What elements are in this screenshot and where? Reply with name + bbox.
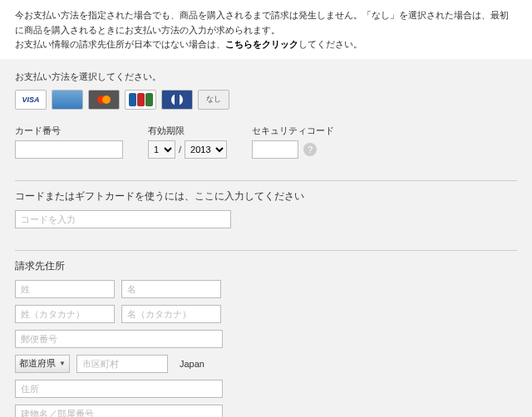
first-kana-input[interactable]	[121, 305, 221, 323]
card-fields-row: カード番号 有効期限 1 / 2013 セキュリティコード ?	[15, 125, 517, 159]
click-here-link[interactable]: こちらをクリック	[225, 39, 298, 49]
card-number-input[interactable]	[15, 140, 123, 159]
expiry-month-select[interactable]: 1	[148, 140, 175, 159]
card-amex[interactable]	[52, 90, 83, 110]
card-diners[interactable]	[161, 90, 193, 110]
card-number-label: カード番号	[15, 125, 123, 137]
first-name-input[interactable]	[121, 280, 221, 298]
billing-heading: 請求先住所	[15, 259, 517, 273]
help-icon[interactable]: ?	[303, 143, 317, 156]
intro-line2: お支払い情報の請求先住所が日本ではない場合は、こちらをクリックしてください。	[15, 37, 517, 52]
form-area: お支払い方法を選択してください。 VISA なし カード番号 有効期限 1 / …	[0, 59, 532, 417]
card-jcb[interactable]	[125, 90, 156, 110]
gift-heading: コードまたはギフトカードを使うには、ここに入力してください	[15, 189, 517, 204]
security-code-input[interactable]	[252, 140, 298, 159]
expiry-label: 有効期限	[148, 125, 227, 137]
card-visa[interactable]: VISA	[15, 90, 47, 110]
card-none[interactable]: なし	[198, 90, 229, 110]
intro-line1: 今お支払い方法を指定された場合でも、商品を購入されるまで請求は発生しません。「な…	[15, 8, 517, 37]
city-input[interactable]	[76, 355, 168, 373]
address-input[interactable]	[15, 380, 223, 398]
divider	[15, 180, 517, 181]
security-code-label: セキュリティコード	[252, 125, 334, 137]
card-type-row: VISA なし	[15, 90, 517, 110]
country-label: Japan	[180, 359, 204, 369]
last-kana-input[interactable]	[15, 305, 115, 323]
expiry-slash: /	[179, 145, 181, 155]
building-input[interactable]	[15, 405, 223, 417]
last-name-input[interactable]	[15, 280, 115, 298]
gift-code-input[interactable]	[15, 210, 231, 228]
payment-heading: お支払い方法を選択してください。	[15, 71, 517, 83]
postal-input[interactable]	[15, 330, 223, 348]
divider	[15, 250, 517, 251]
card-mastercard[interactable]	[88, 90, 120, 110]
expiry-year-select[interactable]: 2013	[185, 140, 227, 159]
intro-block: 今お支払い方法を指定された場合でも、商品を購入されるまで請求は発生しません。「な…	[0, 0, 532, 59]
chevron-down-icon: ▼	[59, 360, 66, 367]
prefecture-select[interactable]: 都道府県▼	[15, 355, 70, 373]
